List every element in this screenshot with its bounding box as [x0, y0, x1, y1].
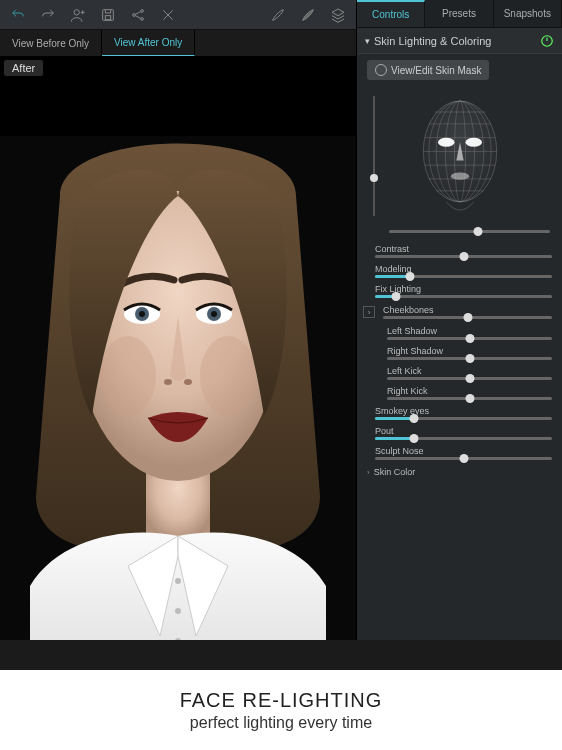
save-icon[interactable] — [100, 7, 116, 23]
layers-icon[interactable] — [330, 7, 346, 23]
svg-point-4 — [141, 9, 144, 12]
skin-mask-label: View/Edit Skin Mask — [391, 65, 481, 76]
power-icon[interactable] — [540, 34, 554, 48]
svg-point-20 — [175, 608, 181, 614]
caption-line2: perfect lighting every time — [190, 714, 372, 732]
mask-icon — [375, 64, 387, 76]
svg-point-17 — [164, 379, 172, 385]
chevron-down-icon: ▾ — [365, 36, 370, 46]
slider-left-kick[interactable] — [387, 377, 552, 380]
view-tabs: View Before Only View After Only — [0, 30, 356, 56]
svg-point-18 — [184, 379, 192, 385]
slider-sculpt-nose[interactable] — [375, 457, 552, 460]
chevron-right-icon: › — [367, 468, 370, 477]
tab-controls[interactable]: Controls — [357, 0, 425, 27]
slider-left-shadow[interactable] — [387, 337, 552, 340]
tab-view-before[interactable]: View Before Only — [0, 30, 102, 56]
slider-contrast[interactable] — [375, 255, 552, 258]
slider-fix-lighting[interactable] — [375, 295, 552, 298]
svg-point-5 — [141, 17, 144, 20]
slider-label: Fix Lighting — [375, 284, 552, 294]
panel-title: Skin Lighting & Coloring — [374, 35, 491, 47]
slider-label: Smokey eyes — [375, 406, 552, 416]
right-tabs: Controls Presets Snapshots — [357, 0, 562, 28]
face-horizontal-slider[interactable] — [389, 230, 550, 233]
slider-label: Modeling — [375, 264, 552, 274]
portrait-photo — [0, 136, 356, 640]
slider-modeling[interactable] — [375, 275, 552, 278]
panel-header[interactable]: ▾ Skin Lighting & Coloring — [357, 28, 562, 54]
slider-right-shadow[interactable] — [387, 357, 552, 360]
cheekbones-expander[interactable]: › Cheekbones — [357, 301, 562, 323]
brush-light-icon[interactable] — [270, 7, 286, 23]
brush-dark-icon[interactable] — [300, 7, 316, 23]
svg-point-15 — [139, 311, 145, 317]
crop-icon[interactable] — [160, 7, 176, 23]
slider-right-kick[interactable] — [387, 397, 552, 400]
add-user-icon[interactable] — [70, 7, 86, 23]
skin-mask-button[interactable]: View/Edit Skin Mask — [367, 60, 489, 80]
tab-view-after[interactable]: View After Only — [102, 30, 195, 56]
share-icon[interactable] — [130, 7, 146, 23]
svg-point-3 — [133, 13, 136, 16]
svg-point-16 — [211, 311, 217, 317]
svg-rect-1 — [103, 9, 114, 20]
skin-color-label: Skin Color — [374, 467, 416, 477]
svg-point-29 — [438, 138, 455, 147]
svg-point-31 — [450, 173, 468, 180]
after-label: After — [4, 60, 43, 76]
svg-point-9 — [100, 336, 156, 416]
tab-presets[interactable]: Presets — [425, 0, 493, 27]
app-window: View Before Only View After Only After — [0, 0, 562, 670]
svg-point-30 — [465, 138, 482, 147]
svg-point-19 — [175, 578, 181, 584]
slider-pout[interactable] — [375, 437, 552, 440]
sliders-group: Contrast Modeling Fix Lighting — [357, 241, 562, 301]
face-3d-preview[interactable] — [357, 86, 562, 226]
main-toolbar — [0, 0, 356, 30]
caption-line1: FACE RE-LIGHTING — [180, 689, 383, 712]
svg-rect-2 — [105, 15, 110, 19]
slider-label: Pout — [375, 426, 552, 436]
expand-icon: › — [363, 306, 375, 318]
left-pane: View Before Only View After Only After — [0, 0, 356, 640]
svg-point-10 — [200, 336, 256, 416]
undo-icon[interactable] — [10, 7, 26, 23]
right-panel: Controls Presets Snapshots ▾ Skin Lighti… — [356, 0, 562, 640]
skin-color-row[interactable]: › Skin Color — [357, 463, 562, 481]
redo-icon[interactable] — [40, 7, 56, 23]
face-vertical-slider[interactable] — [367, 96, 381, 216]
marketing-caption: FACE RE-LIGHTING perfect lighting every … — [0, 670, 562, 750]
svg-point-0 — [74, 9, 79, 14]
slider-smokey-eyes[interactable] — [375, 417, 552, 420]
tab-snapshots[interactable]: Snapshots — [494, 0, 562, 27]
image-canvas[interactable]: After — [0, 56, 356, 640]
cheekbones-slider[interactable] — [383, 316, 552, 319]
